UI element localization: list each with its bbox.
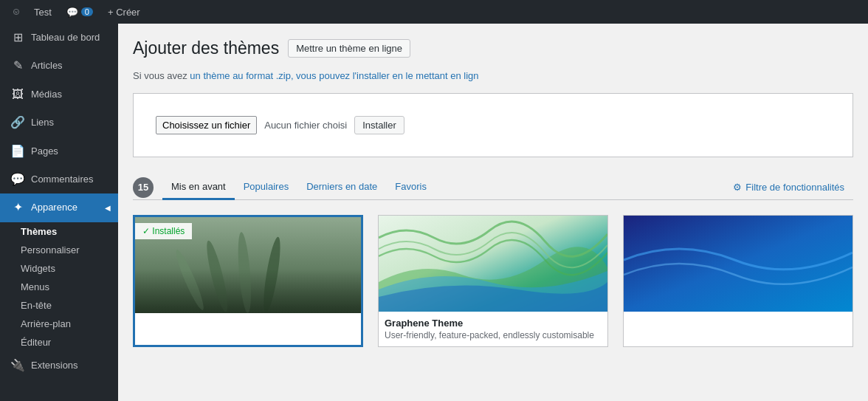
graphene-thumbnail	[379, 216, 607, 312]
graphene-info: Graphene Theme User-friendly, feature-pa…	[379, 312, 607, 346]
choose-file-button[interactable]: Choisissez un fichier	[156, 116, 257, 134]
sidebar-item-medias[interactable]: 🖼 Médias	[0, 80, 118, 109]
sidebar-sub-en-tete[interactable]: En-tête	[0, 296, 118, 315]
upload-theme-button[interactable]: Mettre un thème en ligne	[288, 39, 410, 58]
sidebar-item-extensions[interactable]: 🔌 Extensions	[0, 352, 118, 380]
sidebar-item-liens[interactable]: 🔗 Liens	[0, 109, 118, 137]
create-label: + Créer	[108, 7, 140, 18]
file-status: Aucun fichier choisi	[264, 120, 347, 131]
features-filter-label: Filtre de fonctionnalités	[745, 182, 844, 193]
svg-rect-8	[624, 216, 852, 312]
info-text: Si vous avez un thème au format .zip, vo…	[133, 70, 853, 81]
tab-populaires[interactable]: Populaires	[235, 175, 297, 200]
wp-logo[interactable]: W	[6, 0, 27, 24]
tabs-bar: 15 Mis en avant Populaires Derniers en d…	[133, 175, 853, 200]
comment-icon: 💬	[66, 7, 78, 18]
page-header: Ajouter des thèmes Mettre un thème en li…	[133, 38, 853, 58]
sidebar-label-liens: Liens	[31, 116, 54, 129]
pages-icon: 📄	[10, 143, 25, 160]
site-name[interactable]: Test	[27, 0, 59, 24]
sidebar-item-apparence[interactable]: ✦ Apparence ◀	[0, 193, 118, 222]
comment-count: 0	[81, 7, 93, 16]
sidebar-sub-menus[interactable]: Menus	[0, 278, 118, 296]
theme-card-third[interactable]	[623, 215, 853, 347]
sidebar-sub-arriere-plan[interactable]: Arrière-plan	[0, 315, 118, 333]
dashboard-icon: ⊞	[10, 30, 25, 46]
installed-badge: ✓ Installés	[135, 223, 192, 239]
medias-icon: 🖼	[10, 86, 25, 103]
sidebar-item-commentaires[interactable]: 💬 Commentaires	[0, 165, 118, 193]
sidebar: ⊞ Tableau de bord ✎ Articles 🖼 Médias 🔗 …	[0, 24, 118, 401]
third-thumbnail	[624, 216, 852, 312]
features-filter[interactable]: ⚙ Filtre de fonctionnalités	[724, 176, 853, 199]
admin-bar: W Test 💬 0 + Créer	[0, 0, 868, 24]
gear-icon: ⚙	[733, 182, 742, 193]
info-text-link[interactable]: un thème au format .zip, vous pouvez l'i…	[190, 70, 478, 81]
layout: ⊞ Tableau de bord ✎ Articles 🖼 Médias 🔗 …	[0, 24, 868, 401]
page-title: Ajouter des thèmes	[133, 38, 279, 58]
sidebar-item-articles[interactable]: ✎ Articles	[0, 52, 118, 80]
apparence-arrow: ◀	[105, 203, 111, 213]
sidebar-sub-themes[interactable]: Thèmes	[0, 222, 118, 241]
sidebar-label-commentaires: Commentaires	[31, 173, 94, 186]
sidebar-sub-widgets[interactable]: Widgets	[0, 259, 118, 278]
create-button[interactable]: + Créer	[100, 0, 148, 24]
theme-card-installed[interactable]: ✓ Installés	[133, 215, 363, 347]
apparence-icon: ✦	[10, 199, 25, 216]
sidebar-label-pages: Pages	[31, 145, 58, 158]
sidebar-label-extensions: Extensions	[31, 359, 78, 372]
sidebar-label-apparence: Apparence	[31, 201, 78, 214]
graphene-name: Graphene Theme	[385, 318, 602, 329]
svg-text:W: W	[15, 10, 18, 14]
install-button[interactable]: Installer	[354, 116, 404, 134]
comments-link[interactable]: 💬 0	[59, 0, 100, 24]
theme-count: 15	[133, 177, 154, 198]
tab-derniers-en-date[interactable]: Derniers en date	[297, 175, 386, 200]
tab-favoris[interactable]: Favoris	[386, 175, 435, 200]
sidebar-sub-personnaliser[interactable]: Personnaliser	[0, 241, 118, 259]
main-content: Ajouter des thèmes Mettre un thème en li…	[118, 24, 868, 401]
graphene-desc: User-friendly, feature-packed, endlessly…	[385, 330, 602, 340]
sidebar-label-tableau-de-bord: Tableau de bord	[31, 31, 100, 44]
sidebar-item-pages[interactable]: 📄 Pages	[0, 137, 118, 165]
site-name-text: Test	[34, 7, 52, 18]
themes-grid: ✓ Installés	[133, 215, 853, 347]
sidebar-item-tableau-de-bord[interactable]: ⊞ Tableau de bord	[0, 24, 118, 52]
sidebar-label-medias: Médias	[31, 88, 62, 101]
extensions-icon: 🔌	[10, 357, 25, 374]
liens-icon: 🔗	[10, 114, 25, 131]
sidebar-label-articles: Articles	[31, 59, 63, 72]
commentaires-icon: 💬	[10, 171, 25, 188]
articles-icon: ✎	[10, 58, 25, 74]
info-text-before: Si vous avez	[133, 70, 190, 81]
upload-box: Choisissez un fichier Aucun fichier choi…	[133, 93, 853, 157]
sidebar-sub-editeur[interactable]: Éditeur	[0, 333, 118, 352]
tab-mis-en-avant[interactable]: Mis en avant	[162, 175, 235, 200]
theme-card-graphene[interactable]: Graphene Theme User-friendly, feature-pa…	[378, 215, 608, 347]
